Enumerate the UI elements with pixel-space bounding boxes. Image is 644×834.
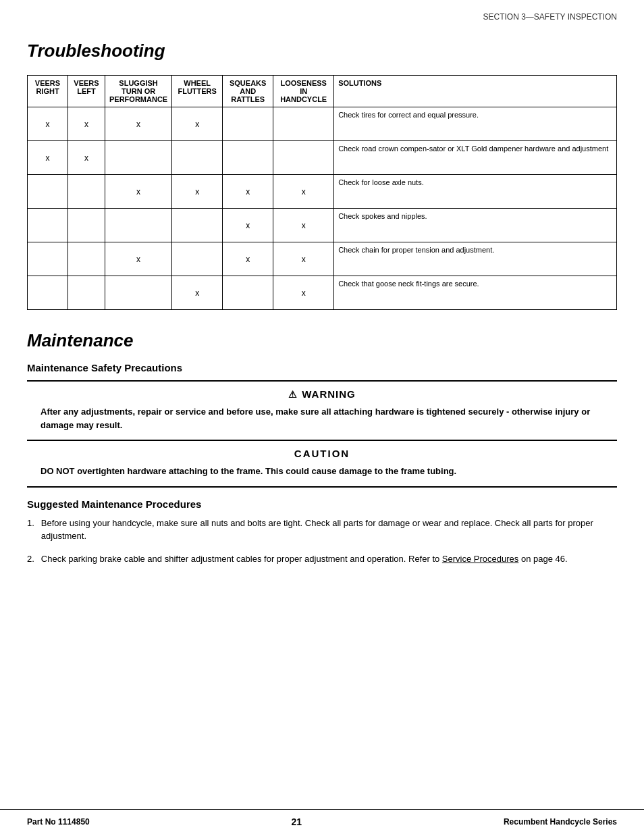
table-cell: x bbox=[172, 175, 223, 209]
table-cell bbox=[172, 209, 223, 242]
table-cell: x bbox=[28, 141, 68, 175]
solutions-cell: Check tires for correct and equal pressu… bbox=[334, 107, 617, 141]
section-header-text: SECTION 3—SAFETY INSPECTION bbox=[483, 12, 617, 22]
table-cell bbox=[68, 209, 105, 242]
warning-header: ⚠ WARNING bbox=[41, 388, 603, 400]
footer-left: Part No 1114850 bbox=[27, 817, 90, 827]
page-header: SECTION 3—SAFETY INSPECTION bbox=[0, 0, 644, 27]
service-procedures-link[interactable]: Service Procedures bbox=[442, 554, 518, 564]
table-cell bbox=[223, 107, 273, 141]
table-row: xxCheck spokes and nipples. bbox=[28, 209, 617, 242]
table-cell bbox=[68, 276, 105, 310]
table-cell bbox=[68, 175, 105, 209]
solutions-cell: Check chain for proper tension and adjus… bbox=[334, 242, 617, 276]
list-text: Check parking brake cable and shifter ad… bbox=[41, 552, 568, 566]
table-cell: x bbox=[105, 107, 172, 141]
suggested-procedures-subtitle: Suggested Maintenance Procedures bbox=[27, 498, 617, 510]
table-cell bbox=[68, 242, 105, 276]
footer-right: Recumbent Handcycle Series bbox=[504, 817, 617, 827]
table-cell: x bbox=[28, 107, 68, 141]
table-cell: x bbox=[68, 141, 105, 175]
warning-triangle-icon: ⚠ bbox=[288, 389, 298, 400]
table-row: xxCheck road crown compen-sator or XLT G… bbox=[28, 141, 617, 175]
table-cell bbox=[172, 141, 223, 175]
solutions-cell: Check that goose neck fit-tings are secu… bbox=[334, 276, 617, 310]
table-cell: x bbox=[273, 209, 334, 242]
col-header-solutions: SOLUTIONS bbox=[334, 76, 617, 107]
list-item: 2.Check parking brake cable and shifter … bbox=[27, 552, 617, 566]
col-header-squeaks: SQUEAKSANDRATTLES bbox=[223, 76, 273, 107]
page-wrapper: SECTION 3—SAFETY INSPECTION Troubleshoot… bbox=[0, 0, 644, 834]
table-cell bbox=[105, 209, 172, 242]
list-text: Before using your handcycle, make sure a… bbox=[41, 517, 617, 543]
table-cell: x bbox=[172, 107, 223, 141]
table-cell: x bbox=[223, 175, 273, 209]
col-header-sluggish: SLUGGISHTURN ORPERFORMANCE bbox=[105, 76, 172, 107]
caution-box: CAUTION DO NOT overtighten hardware atta… bbox=[27, 441, 617, 488]
content-area: Troubleshooting VEERSRIGHT VEERSLEFT SLU… bbox=[0, 27, 644, 809]
table-cell bbox=[105, 276, 172, 310]
table-cell bbox=[223, 276, 273, 310]
table-cell: x bbox=[273, 276, 334, 310]
col-header-veers-left: VEERSLEFT bbox=[68, 76, 105, 107]
table-cell: x bbox=[68, 107, 105, 141]
warning-text: After any adjustments, repair or service… bbox=[41, 405, 603, 432]
table-cell bbox=[28, 242, 68, 276]
table-cell: x bbox=[223, 209, 273, 242]
solutions-cell: Check road crown compen-sator or XLT Gol… bbox=[334, 141, 617, 175]
warning-box: ⚠ WARNING After any adjustments, repair … bbox=[27, 380, 617, 441]
warning-label: WARNING bbox=[302, 388, 356, 400]
troubleshooting-title: Troubleshooting bbox=[27, 41, 617, 61]
table-cell: x bbox=[105, 175, 172, 209]
table-row: xxxxCheck for loose axle nuts. bbox=[28, 175, 617, 209]
table-cell: x bbox=[273, 175, 334, 209]
footer-center-page-number: 21 bbox=[292, 816, 302, 827]
caution-label: CAUTION bbox=[41, 448, 603, 459]
table-cell bbox=[273, 141, 334, 175]
table-row: xxxCheck chain for proper tension and ad… bbox=[28, 242, 617, 276]
solutions-cell: Check for loose axle nuts. bbox=[334, 175, 617, 209]
procedures-list: 1.Before using your handcycle, make sure… bbox=[27, 517, 617, 566]
col-header-wheel: WHEELFLUTTERS bbox=[172, 76, 223, 107]
list-number: 1. bbox=[27, 517, 34, 543]
maintenance-title: Maintenance bbox=[27, 330, 617, 351]
table-cell: x bbox=[273, 242, 334, 276]
list-item: 1.Before using your handcycle, make sure… bbox=[27, 517, 617, 543]
col-header-veers-right: VEERSRIGHT bbox=[28, 76, 68, 107]
table-cell: x bbox=[105, 242, 172, 276]
table-cell bbox=[28, 276, 68, 310]
table-cell: x bbox=[223, 242, 273, 276]
troubleshooting-table: VEERSRIGHT VEERSLEFT SLUGGISHTURN ORPERF… bbox=[27, 75, 617, 310]
table-cell bbox=[28, 175, 68, 209]
col-header-looseness: LOOSENESS INHANDCYCLE bbox=[273, 76, 334, 107]
table-row: xxCheck that goose neck fit-tings are se… bbox=[28, 276, 617, 310]
table-row: xxxxCheck tires for correct and equal pr… bbox=[28, 107, 617, 141]
caution-text: DO NOT overtighten hardware attaching to… bbox=[41, 465, 603, 478]
page-footer: Part No 1114850 21 Recumbent Handcycle S… bbox=[0, 809, 644, 834]
table-cell bbox=[172, 242, 223, 276]
list-number: 2. bbox=[27, 552, 34, 566]
table-cell bbox=[223, 141, 273, 175]
table-cell bbox=[105, 141, 172, 175]
table-cell bbox=[273, 107, 334, 141]
solutions-cell: Check spokes and nipples. bbox=[334, 209, 617, 242]
table-cell bbox=[28, 209, 68, 242]
table-cell: x bbox=[172, 276, 223, 310]
safety-precautions-subtitle: Maintenance Safety Precautions bbox=[27, 362, 617, 373]
